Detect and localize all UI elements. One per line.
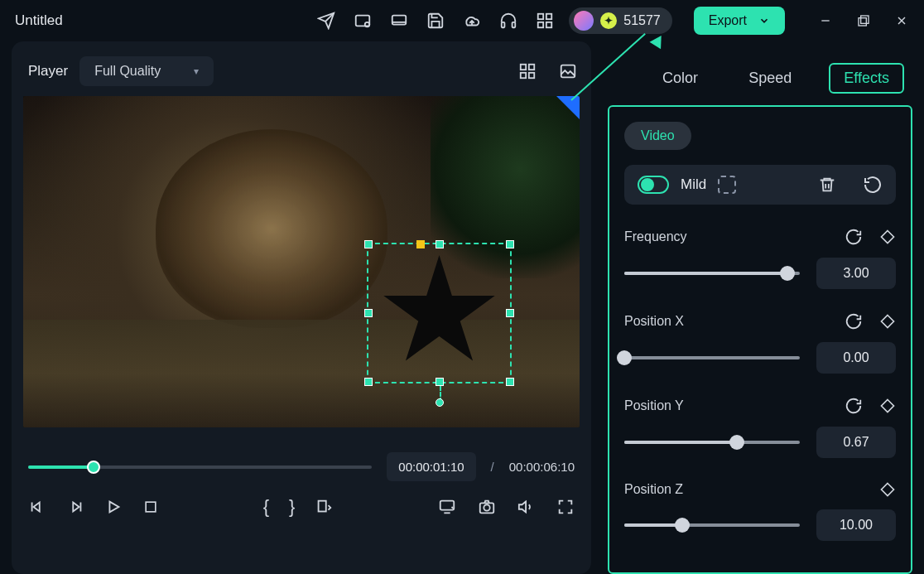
reset-effect-icon[interactable] xyxy=(863,175,883,195)
svg-rect-10 xyxy=(859,18,866,26)
player-panel: Player Full Quality ▾ xyxy=(12,41,591,574)
anchor-handle[interactable] xyxy=(416,240,425,248)
headphones-icon[interactable] xyxy=(499,12,517,30)
tab-speed[interactable]: Speed xyxy=(735,65,805,92)
grid-view-icon[interactable] xyxy=(517,62,538,80)
grid-icon[interactable] xyxy=(536,12,554,30)
param-value[interactable]: 10.00 xyxy=(816,509,896,541)
svg-point-20 xyxy=(484,504,489,510)
player-controls: { } xyxy=(23,496,580,518)
param-position x: Position X0.00 xyxy=(624,312,896,374)
rotate-handle[interactable] xyxy=(436,398,444,407)
image-icon[interactable] xyxy=(556,62,580,80)
keyframe-icon[interactable] xyxy=(879,481,896,498)
param-value[interactable]: 0.67 xyxy=(816,427,896,458)
tab-effects[interactable]: Effects xyxy=(829,63,904,94)
svg-rect-5 xyxy=(538,14,543,19)
export-label: Export xyxy=(709,13,747,28)
svg-rect-2 xyxy=(392,16,407,25)
selection-box[interactable] xyxy=(367,243,512,383)
minimize-button[interactable] xyxy=(818,13,833,28)
fullscreen-icon[interactable] xyxy=(556,498,575,516)
mask-icon[interactable] xyxy=(718,176,736,194)
export-button[interactable]: Export xyxy=(694,7,785,35)
scrubber[interactable] xyxy=(28,465,372,469)
stop-button[interactable] xyxy=(142,499,159,515)
quality-dropdown[interactable]: Full Quality ▾ xyxy=(79,56,214,86)
svg-point-1 xyxy=(365,22,370,27)
window-controls xyxy=(818,13,909,28)
maximize-button[interactable] xyxy=(856,13,871,28)
param-label: Frequency xyxy=(624,229,687,244)
display-icon[interactable] xyxy=(437,498,457,516)
inspector-tabs: Color Speed Effects xyxy=(608,41,912,105)
resize-handle-bl[interactable] xyxy=(364,378,373,386)
resize-handle-tr[interactable] xyxy=(506,240,514,248)
keyframe-icon[interactable] xyxy=(879,229,896,245)
user-avatar xyxy=(574,11,594,31)
param-value[interactable]: 0.00 xyxy=(816,342,896,374)
cloud-icon[interactable] xyxy=(463,12,481,30)
reset-param-icon[interactable] xyxy=(845,397,863,415)
close-button[interactable] xyxy=(894,13,909,28)
param-label: Position Z xyxy=(624,482,683,497)
resize-handle-tl[interactable] xyxy=(364,240,373,248)
star-shape[interactable] xyxy=(382,255,498,371)
svg-rect-6 xyxy=(546,14,551,19)
reset-param-icon[interactable] xyxy=(845,228,863,246)
player-header: Player Full Quality ▾ xyxy=(23,56,580,86)
bracket-out-icon[interactable]: } xyxy=(289,496,295,518)
keyframe-icon[interactable] xyxy=(879,398,896,414)
preview-viewport[interactable] xyxy=(23,96,580,427)
save-icon[interactable] xyxy=(426,12,445,30)
svg-rect-4 xyxy=(513,22,516,27)
param-position z: Position Z10.00 xyxy=(624,481,896,541)
effects-body: Video Mild Frequency3.00Position X0.00Po… xyxy=(608,105,912,574)
effects-group-pill[interactable]: Video xyxy=(624,122,691,150)
effect-toggle[interactable] xyxy=(638,176,669,194)
resize-handle-mr[interactable] xyxy=(506,309,514,317)
delete-effect-icon[interactable] xyxy=(818,176,836,194)
param-slider[interactable] xyxy=(624,523,800,527)
resize-handle-mt[interactable] xyxy=(436,240,444,248)
marker-dropdown[interactable] xyxy=(315,498,333,516)
scrub-thumb[interactable] xyxy=(87,461,100,474)
svg-rect-16 xyxy=(146,502,156,512)
resize-handle-br[interactable] xyxy=(506,378,514,386)
param-slider[interactable] xyxy=(624,441,800,444)
media-icon[interactable] xyxy=(354,12,372,30)
reset-param-icon[interactable] xyxy=(845,312,863,330)
play-button[interactable] xyxy=(104,498,123,516)
volume-icon[interactable] xyxy=(517,498,537,516)
param-slider[interactable] xyxy=(624,356,800,359)
prev-frame-button[interactable] xyxy=(28,498,46,516)
topbar-icons xyxy=(317,12,554,30)
snapshot-icon[interactable] xyxy=(477,498,497,516)
param-position y: Position Y0.67 xyxy=(624,397,896,458)
inspector-panel: Color Speed Effects Video Mild Frequency… xyxy=(608,41,912,574)
credits-pill[interactable]: ✦ 51577 xyxy=(569,7,672,34)
topbar: Untitled ✦ 51577 Export xyxy=(0,0,924,41)
resize-handle-mb[interactable] xyxy=(436,378,444,386)
player-label: Player xyxy=(28,63,68,80)
chevron-down-icon: ▾ xyxy=(194,65,199,77)
screen-icon[interactable] xyxy=(390,12,408,30)
credit-coin-icon: ✦ xyxy=(600,12,617,29)
svg-rect-11 xyxy=(521,65,526,70)
keyframe-icon[interactable] xyxy=(879,313,896,330)
param-value[interactable]: 3.00 xyxy=(816,258,896,289)
svg-rect-9 xyxy=(861,16,869,23)
next-frame-button[interactable] xyxy=(66,498,84,516)
param-frequency: Frequency3.00 xyxy=(624,228,896,289)
tab-color[interactable]: Color xyxy=(649,65,711,92)
svg-rect-18 xyxy=(440,501,455,510)
param-slider[interactable] xyxy=(624,272,800,275)
resize-handle-ml[interactable] xyxy=(364,309,373,317)
bracket-in-icon[interactable]: { xyxy=(263,496,269,518)
scrub-row: 00:00:01:10 / 00:00:06:10 xyxy=(23,452,580,481)
project-title: Untitled xyxy=(15,12,63,29)
effect-name: Mild xyxy=(681,176,706,193)
param-label: Position X xyxy=(624,314,684,329)
param-label: Position Y xyxy=(624,398,684,413)
send-icon[interactable] xyxy=(317,12,335,30)
